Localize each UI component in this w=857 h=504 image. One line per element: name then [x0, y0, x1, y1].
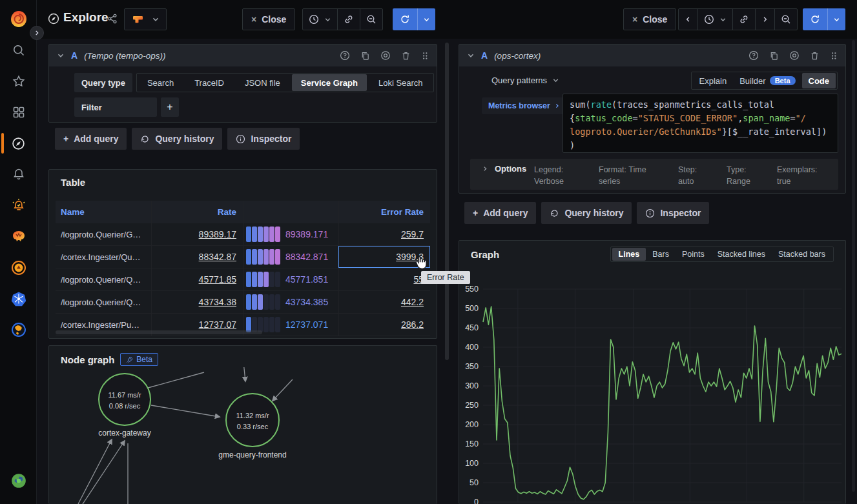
zoom-out-button[interactable]: [774, 9, 797, 30]
cell-name[interactable]: /logproto.Querier/Q…: [56, 297, 151, 307]
incident-icon[interactable]: [0, 255, 37, 281]
node-graph-canvas[interactable]: 11.67 ms/r 0.08 r/sec cortex-gateway 11.…: [49, 367, 437, 504]
time-picker-button[interactable]: [697, 9, 732, 30]
refresh-interval-dropdown[interactable]: [827, 8, 845, 30]
disable-query-eye-icon[interactable]: [789, 50, 800, 61]
link-split-button[interactable]: [337, 9, 360, 30]
editor-mode-tab[interactable]: BuilderBeta: [733, 73, 801, 88]
cell-rate-gauge: 43734.385: [243, 291, 338, 313]
add-query-button[interactable]: + Add query: [55, 128, 127, 150]
datasource-name: (Tempo (tempo-ops)): [84, 51, 165, 61]
promql-code-editor[interactable]: sum(rate(traces_spanmetrics_calls_total{…: [563, 94, 838, 153]
collapse-chevron-icon[interactable]: [467, 52, 475, 59]
query-type-tab[interactable]: JSON file: [236, 74, 289, 91]
cell-error-rate[interactable]: 286.2: [338, 314, 430, 336]
duplicate-query-icon[interactable]: [360, 51, 370, 61]
share-icon[interactable]: [107, 14, 118, 24]
time-back-button[interactable]: [679, 9, 697, 30]
graph-style-tab[interactable]: Points: [676, 248, 711, 261]
disable-query-eye-icon[interactable]: [380, 50, 391, 61]
query-type-tab[interactable]: TraceID: [185, 74, 233, 91]
synthetics-icon[interactable]: [0, 468, 37, 494]
query-history-button[interactable]: Query history: [541, 202, 632, 224]
col-header-error-rate[interactable]: Error Rate: [338, 201, 430, 223]
node-cortex-gateway[interactable]: [99, 374, 150, 425]
query-history-button[interactable]: Query history: [132, 128, 222, 150]
drag-handle-icon[interactable]: [830, 51, 838, 61]
duplicate-query-icon[interactable]: [769, 51, 779, 61]
web-monitoring-globe-icon[interactable]: [0, 317, 37, 343]
collapse-chevron-icon[interactable]: [57, 52, 65, 59]
info-icon: [645, 208, 655, 218]
close-right-pane-button[interactable]: × Close: [623, 8, 676, 30]
query-type-tab[interactable]: Service Graph: [292, 74, 367, 91]
window-scrollbar[interactable]: [852, 40, 855, 492]
help-icon[interactable]: [340, 50, 350, 61]
col-header-name[interactable]: Name: [56, 207, 151, 217]
options-summary: Legend:VerboseFormat: TimeseriesStep:aut…: [534, 164, 838, 187]
metrics-browser-button[interactable]: Metrics browser: [482, 97, 566, 114]
query-ref-id: A: [71, 50, 77, 61]
graph-style-tab[interactable]: Bars: [646, 248, 676, 261]
time-forward-button[interactable]: [755, 9, 774, 30]
rocket-icon: [126, 356, 133, 363]
datasource-picker[interactable]: [124, 8, 167, 30]
cell-error-rate[interactable]: 442.2: [338, 291, 430, 313]
left-pane-scrollbar[interactable]: [445, 43, 449, 360]
graph-style-tab[interactable]: Stacked lines: [711, 248, 772, 261]
search-icon[interactable]: [0, 37, 37, 63]
node-label: gme-query-frontend: [218, 450, 286, 459]
col-header-rate[interactable]: Rate: [151, 201, 243, 223]
delete-query-trash-icon[interactable]: [810, 51, 820, 61]
cell-name[interactable]: /cortex.Ingester/Qu…: [56, 252, 151, 262]
cell-error-rate[interactable]: 55: [338, 268, 430, 290]
graph-style-tab[interactable]: Lines: [612, 248, 646, 261]
graph-style-tab[interactable]: Stacked bars: [772, 248, 832, 261]
time-series-chart[interactable]: 050100150200250300350400450500550: [459, 268, 845, 504]
table-horizontal-scrollbar[interactable]: [56, 330, 262, 334]
cell-name[interactable]: /cortex.Ingester/Pu…: [56, 320, 151, 330]
starred-icon[interactable]: [0, 68, 37, 94]
link-split-button[interactable]: [732, 9, 755, 30]
zoom-out-button[interactable]: [360, 9, 382, 30]
query-type-tab[interactable]: Loki Search: [369, 74, 432, 91]
add-filter-button[interactable]: +: [161, 97, 179, 117]
cell-rate[interactable]: 43734.38: [151, 291, 243, 313]
node-stat: 11.32 ms/r: [236, 412, 269, 419]
dashboards-icon[interactable]: [0, 99, 37, 125]
inspector-button[interactable]: Inspector: [227, 128, 300, 150]
inspector-button[interactable]: Inspector: [637, 202, 709, 224]
editor-mode-tab[interactable]: Code: [802, 73, 836, 88]
run-query-button[interactable]: [803, 8, 845, 30]
option-summary: Type:Range: [727, 164, 777, 187]
explore-icon[interactable]: [0, 130, 37, 156]
delete-query-trash-icon[interactable]: [401, 51, 411, 61]
close-left-pane-button[interactable]: × Close: [242, 8, 295, 30]
alerting-bell-icon[interactable]: [0, 161, 37, 187]
cell-rate[interactable]: 89389.17: [151, 223, 243, 245]
editor-mode-tab[interactable]: Explain: [693, 73, 734, 88]
query-type-tab[interactable]: Search: [138, 74, 183, 91]
drag-handle-icon[interactable]: [421, 51, 429, 61]
cell-rate[interactable]: 88342.87: [151, 246, 243, 268]
cell-name[interactable]: /logproto.Querier/Q…: [56, 275, 151, 285]
query-patterns-dropdown[interactable]: Query patterns: [491, 76, 559, 85]
kubernetes-icon[interactable]: [0, 286, 37, 312]
cell-name[interactable]: /logproto.Querier/G…: [56, 230, 151, 239]
help-icon[interactable]: [749, 50, 759, 61]
query-row-header[interactable]: A (Tempo (tempo-ops)): [49, 45, 437, 66]
machine-learning-icon[interactable]: [0, 223, 37, 249]
add-query-button[interactable]: + Add query: [464, 202, 536, 224]
refresh-interval-dropdown[interactable]: [417, 8, 435, 30]
filter-field[interactable]: Filter: [74, 97, 157, 117]
run-query-button[interactable]: [393, 8, 435, 30]
node-gme-query-frontend[interactable]: [226, 394, 279, 447]
options-toggle[interactable]: Options: [470, 164, 534, 174]
cell-error-rate[interactable]: 259.7: [338, 223, 430, 245]
query-row-header[interactable]: A (ops-cortex): [459, 45, 845, 66]
expand-sidebar-button[interactable]: [30, 26, 44, 40]
cell-rate[interactable]: 45771.85: [151, 268, 243, 290]
time-picker-button[interactable]: [303, 9, 337, 30]
y-axis-tick: 350: [465, 362, 479, 371]
alerts-app-icon[interactable]: [0, 192, 37, 218]
